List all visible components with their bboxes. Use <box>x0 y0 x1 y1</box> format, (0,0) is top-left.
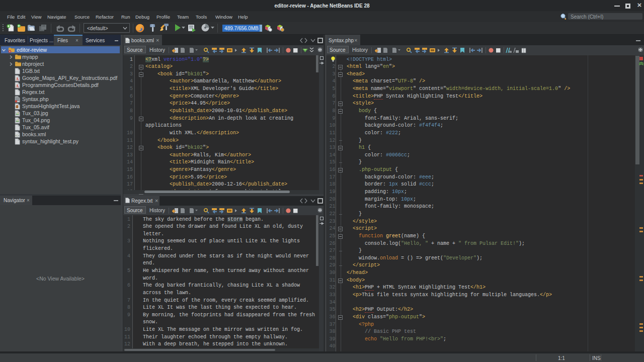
svg-text:<>: <> <box>15 134 19 138</box>
svg-text:A: A <box>16 84 19 88</box>
svg-text:<>: <> <box>126 40 129 43</box>
svg-text:A: A <box>16 77 19 81</box>
